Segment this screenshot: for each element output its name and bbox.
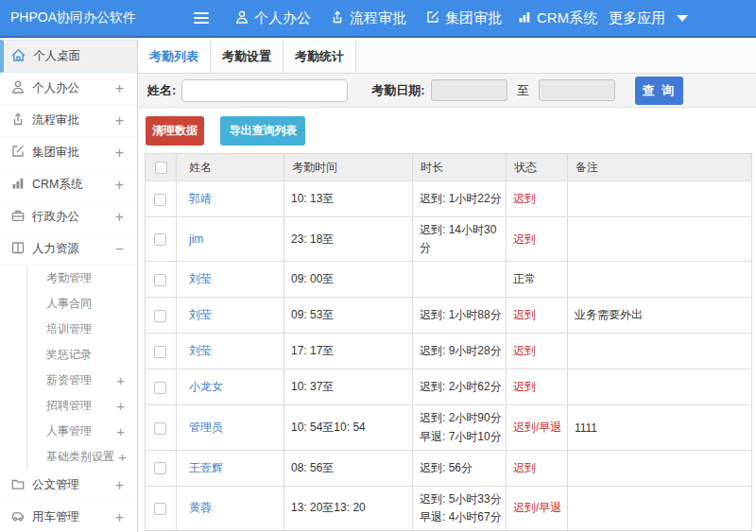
name-label: 姓名:: [147, 82, 176, 99]
status: 迟到: [507, 450, 568, 486]
expand-icon[interactable]: +: [115, 177, 124, 194]
expand-icon[interactable]: +: [115, 209, 124, 226]
employee-name-link[interactable]: jim: [189, 232, 203, 246]
col-note: 备注: [568, 154, 752, 181]
sidebar-item-workflow-approval[interactable]: 流程审批 +: [0, 105, 137, 137]
nav-workflow-approval[interactable]: 流程审批: [330, 9, 406, 27]
tab-attendance-list[interactable]: 考勤列表: [138, 40, 211, 73]
employee-name-link[interactable]: 王壹辉: [189, 461, 223, 474]
expand-icon[interactable]: +: [112, 423, 125, 439]
col-duration: 时长: [413, 154, 507, 181]
search-button[interactable]: 查 询: [635, 77, 684, 105]
sidebar-subitem-personnel-mgmt[interactable]: 人事管理 +: [0, 419, 137, 444]
collapse-icon[interactable]: −: [115, 241, 124, 258]
sidebar-item-personal-office[interactable]: 个人办公 +: [0, 73, 137, 105]
sidebar-subitem-training-mgmt[interactable]: 培训管理: [0, 317, 137, 342]
employee-name-link[interactable]: 刘莹: [189, 344, 212, 357]
expand-icon[interactable]: +: [115, 509, 124, 526]
expand-icon[interactable]: +: [115, 145, 124, 162]
status: 迟到: [507, 217, 568, 262]
menu-toggle-icon[interactable]: [194, 12, 209, 24]
row-checkbox[interactable]: [154, 422, 166, 435]
table-row: 小龙女 10: 37至 迟到: 2小时62分 迟到: [146, 369, 752, 405]
employee-name-link[interactable]: 黄蓉: [189, 501, 212, 514]
book-icon: [10, 240, 32, 258]
sidebar-subitem-salary-mgmt[interactable]: 薪资管理 +: [0, 368, 137, 393]
sidebar-item-crm-system[interactable]: CRM系统 +: [0, 169, 137, 201]
tab-attendance-stats[interactable]: 考勤统计: [284, 40, 356, 73]
employee-name-link[interactable]: 郭靖: [189, 192, 212, 205]
status: 迟到/早退: [507, 405, 568, 450]
top-nav: 个人办公 流程审批 集团审批 CRM系统 更多应用: [209, 9, 688, 27]
select-all-checkbox[interactable]: [155, 162, 167, 174]
expand-icon[interactable]: +: [114, 449, 127, 465]
nav-group-approval[interactable]: 集团审批: [425, 9, 502, 27]
duration: [413, 262, 507, 298]
sidebar-subitem-base-category[interactable]: 基础类别设置 +: [0, 444, 137, 470]
edit-icon: [10, 144, 32, 162]
employee-name-link[interactable]: 管理员: [189, 420, 223, 434]
date-from-input[interactable]: [431, 79, 507, 101]
table-row: 黄蓉 13: 20至13: 20 迟到: 5小时33分 早退: 4小时67分 迟…: [146, 486, 752, 530]
expand-icon[interactable]: +: [115, 477, 124, 494]
person-icon: [10, 79, 32, 97]
employee-name-link[interactable]: 刘莹: [189, 308, 212, 321]
duration: 迟到: 9小时28分: [413, 334, 507, 369]
sidebar-item-document-mgmt[interactable]: 公文管理 +: [0, 470, 137, 502]
status: 迟到: [507, 334, 568, 369]
name-input[interactable]: [181, 79, 348, 102]
status: 迟到/早退: [507, 486, 568, 530]
employee-name-link[interactable]: 小龙女: [189, 380, 223, 393]
expand-icon[interactable]: +: [115, 80, 124, 97]
expand-icon[interactable]: +: [112, 398, 125, 414]
employee-name-link[interactable]: 刘莹: [189, 272, 212, 285]
row-checkbox[interactable]: [154, 194, 166, 206]
tab-attendance-settings[interactable]: 考勤设置: [211, 40, 284, 73]
table-row: 刘莹 09: 53至 迟到: 1小时88分 迟到 业务需要外出: [146, 298, 752, 334]
clean-data-button[interactable]: 清理数据: [146, 116, 204, 146]
duration: 迟到: 14小时30分: [413, 217, 507, 262]
table-row: 刘莹 17: 17至 迟到: 9小时28分 迟到: [146, 334, 752, 369]
duration: 迟到: 5小时33分 早退: 4小时67分: [413, 486, 507, 530]
status: 正常: [507, 262, 568, 298]
workflow-icon: [10, 112, 32, 129]
sidebar-subitem-reward-record[interactable]: 奖惩记录: [0, 342, 137, 368]
status: 迟到: [507, 181, 568, 217]
duration: 迟到: 1小时22分: [413, 181, 507, 217]
row-checkbox[interactable]: [154, 382, 166, 394]
sidebar-item-desktop[interactable]: 个人桌面: [0, 40, 137, 73]
row-checkbox[interactable]: [154, 462, 166, 474]
nav-more-apps[interactable]: 更多应用: [609, 9, 688, 27]
note: [568, 334, 752, 369]
sidebar-item-human-resources[interactable]: 人力资源 −: [0, 233, 137, 266]
expand-icon[interactable]: +: [112, 372, 125, 388]
attendance-time: 10: 13至: [284, 181, 413, 217]
sidebar-item-vehicle-mgmt[interactable]: 用车管理 +: [0, 502, 137, 532]
table-header-row: 姓名 考勤时间 时长 状态 备注: [146, 154, 752, 181]
row-checkbox[interactable]: [154, 503, 166, 515]
caret-down-icon: [677, 15, 688, 22]
row-checkbox[interactable]: [154, 274, 166, 286]
table-row: 管理员 10: 54至10: 54 迟到: 2小时90分 早退: 7小时10分 …: [146, 405, 752, 450]
row-checkbox[interactable]: [154, 310, 166, 322]
export-list-button[interactable]: 导出查询列表: [220, 116, 305, 146]
col-name: 姓名: [177, 154, 284, 181]
workflow-icon: [330, 9, 350, 27]
nav-crm-system[interactable]: CRM系统: [517, 9, 597, 27]
home-icon: [10, 47, 33, 66]
sidebar-subitem-hr-contract[interactable]: 人事合同: [0, 291, 137, 317]
to-label: 至: [517, 82, 529, 99]
nav-personal-office[interactable]: 个人办公: [234, 9, 311, 27]
sidebar-item-admin-office[interactable]: 行政办公 +: [0, 201, 137, 233]
sidebar-item-group-approval[interactable]: 集团审批 +: [0, 137, 137, 169]
note: 1111: [568, 405, 752, 450]
car-icon: [10, 508, 32, 526]
status: 迟到: [507, 298, 568, 334]
row-checkbox[interactable]: [154, 233, 166, 246]
chart-icon: [517, 9, 537, 27]
sidebar-subitem-attendance-mgmt[interactable]: 考勤管理: [0, 266, 137, 291]
expand-icon[interactable]: +: [115, 112, 124, 129]
date-to-input[interactable]: [539, 79, 615, 101]
row-checkbox[interactable]: [154, 346, 166, 358]
sidebar-subitem-recruit-mgmt[interactable]: 招聘管理 +: [0, 393, 137, 419]
